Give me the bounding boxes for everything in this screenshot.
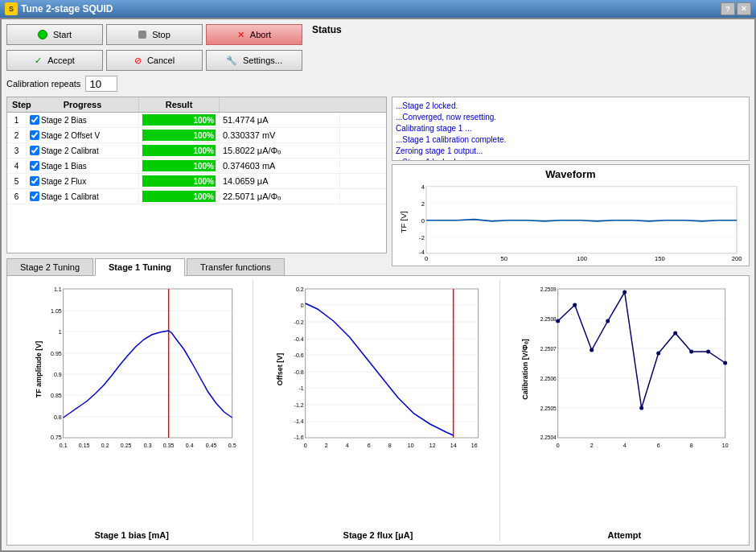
- abort-button[interactable]: ✕ Abort: [206, 24, 302, 45]
- chart1-y-label: TF amplitude [V]: [35, 341, 43, 398]
- svg-text:4: 4: [346, 443, 349, 448]
- right-panel: ...Stage 2 locked....Converged, now rese…: [392, 97, 750, 253]
- step-checkbox[interactable]: [30, 146, 39, 155]
- svg-point-98: [622, 290, 627, 295]
- waveform-title: Waveform: [396, 168, 746, 180]
- svg-point-96: [590, 348, 594, 352]
- tab-stage1-tuning[interactable]: Stage 1 Tuning: [95, 258, 185, 276]
- svg-text:2.2509: 2.2509: [540, 286, 556, 292]
- svg-point-104: [723, 361, 727, 365]
- step-name: Stage 1 Bias: [27, 159, 139, 172]
- table-header: Step Progress Result: [7, 97, 386, 113]
- step-result: 51.4774 μA: [220, 113, 340, 126]
- chart3-y-label: Calibration [V/Φ₀]: [520, 339, 528, 399]
- svg-text:1.1: 1.1: [54, 286, 62, 292]
- chart3-x-label: Attempt: [608, 530, 642, 540]
- title-bar: S Tune 2-stage SQUID ? ✕: [0, 0, 756, 18]
- chart3-svg: Calibration [V/Φ₀] 2.2509 2.2508: [505, 281, 744, 458]
- svg-text:-0.4: -0.4: [294, 336, 304, 342]
- svg-text:0.75: 0.75: [51, 435, 62, 440]
- svg-text:8: 8: [689, 443, 692, 448]
- chart1-x-label: Stage 1 bias [mA]: [95, 530, 169, 540]
- status-message: ...Stage 1 locked.: [396, 157, 746, 161]
- svg-text:2.2508: 2.2508: [540, 316, 556, 322]
- svg-text:2: 2: [421, 200, 425, 208]
- chart1-wrapper: TF amplitude [V] 1.1: [12, 281, 251, 529]
- step-checkbox[interactable]: [30, 161, 39, 171]
- calibration-row: Calibration repeats: [6, 76, 750, 92]
- svg-text:-0.2: -0.2: [294, 319, 304, 325]
- step-num: 2: [7, 130, 27, 142]
- svg-text:0.3: 0.3: [144, 443, 152, 448]
- svg-rect-75: [557, 289, 725, 438]
- status-message: Calibrating stage 1 ...: [396, 123, 746, 134]
- toolbar: Start Stop ✕ Abort Status: [6, 24, 750, 45]
- cancel-button[interactable]: ⊘ Cancel: [106, 50, 203, 71]
- svg-point-97: [606, 319, 610, 323]
- table-row: 5 Stage 2 Flux 100% 14.0659 μA: [7, 174, 386, 189]
- svg-text:0.8: 0.8: [54, 414, 62, 420]
- svg-text:0.45: 0.45: [206, 443, 217, 448]
- stop-button[interactable]: Stop: [106, 24, 203, 45]
- svg-text:50: 50: [501, 255, 507, 262]
- svg-text:6: 6: [656, 443, 659, 448]
- charts-panel: TF amplitude [V] 1.1: [6, 276, 750, 546]
- settings-button[interactable]: 🔧 Settings...: [206, 50, 302, 71]
- svg-text:0.9: 0.9: [54, 372, 62, 377]
- svg-text:12: 12: [429, 443, 436, 448]
- calibration-input[interactable]: [85, 76, 117, 92]
- svg-text:0.5: 0.5: [228, 443, 236, 448]
- progress-bar-fill: 100%: [142, 160, 216, 171]
- chart2-y-label: Offset [V]: [276, 353, 284, 386]
- window-title: Tune 2-stage SQUID: [21, 3, 721, 14]
- svg-text:0: 0: [421, 217, 425, 225]
- step-checkbox[interactable]: [30, 176, 39, 186]
- second-toolbar: ✓ Accept ⊘ Cancel 🔧 Settings...: [6, 50, 750, 71]
- status-message: Zeroing stage 1 output...: [396, 146, 746, 157]
- cancel-icon: ⊘: [134, 56, 142, 66]
- col-step: Step: [7, 97, 27, 112]
- tab-transfer-functions[interactable]: Transfer functions: [187, 258, 285, 275]
- svg-text:16: 16: [471, 443, 478, 448]
- step-checkbox[interactable]: [30, 130, 39, 140]
- step-progress: 100%: [139, 189, 220, 204]
- svg-rect-44: [306, 289, 479, 438]
- svg-text:0.4: 0.4: [186, 443, 194, 448]
- chart2-svg: Offset [V]: [258, 281, 497, 458]
- progress-bar-fill: 100%: [142, 114, 216, 126]
- tab-stage2-tuning[interactable]: Stage 2 Tuning: [6, 258, 93, 275]
- svg-text:0: 0: [304, 443, 307, 448]
- svg-text:200: 200: [732, 255, 742, 262]
- chart-stage2-flux: Offset [V]: [257, 279, 499, 542]
- col-progress: Progress: [27, 97, 139, 112]
- start-button[interactable]: Start: [6, 24, 103, 45]
- svg-rect-17: [64, 289, 232, 438]
- progress-bar-fill: 100%: [142, 175, 216, 187]
- status-label: Status: [312, 24, 342, 45]
- waveform-y-label: TF [V]: [399, 211, 408, 233]
- help-button[interactable]: ?: [721, 2, 735, 15]
- step-result: 0.374603 mA: [220, 159, 340, 172]
- chart2-x-label: Stage 2 flux [μA]: [343, 530, 413, 540]
- step-checkbox[interactable]: [30, 192, 39, 201]
- title-bar-buttons: ? ✕: [721, 2, 751, 15]
- step-progress: 100%: [139, 113, 220, 127]
- svg-point-102: [689, 350, 693, 354]
- step-checkbox[interactable]: [30, 115, 39, 125]
- close-button[interactable]: ✕: [737, 2, 751, 15]
- svg-text:-0.6: -0.6: [294, 352, 304, 358]
- svg-point-94: [556, 319, 560, 323]
- svg-text:-1.2: -1.2: [294, 402, 304, 408]
- svg-point-101: [673, 332, 677, 336]
- svg-text:0.25: 0.25: [121, 443, 132, 448]
- step-progress: 100%: [139, 159, 220, 173]
- svg-text:2: 2: [590, 443, 593, 448]
- step-name: Stage 2 Calibrat: [27, 144, 139, 157]
- table-row: 6 Stage 1 Calibrat 100% 22.5071 μA/Φ₀: [7, 189, 386, 204]
- svg-text:-1.4: -1.4: [294, 418, 304, 424]
- accept-button[interactable]: ✓ Accept: [6, 50, 103, 71]
- svg-text:8: 8: [388, 443, 392, 448]
- svg-text:2.2506: 2.2506: [540, 376, 556, 381]
- abort-icon: ✕: [237, 30, 244, 40]
- svg-point-99: [639, 406, 643, 410]
